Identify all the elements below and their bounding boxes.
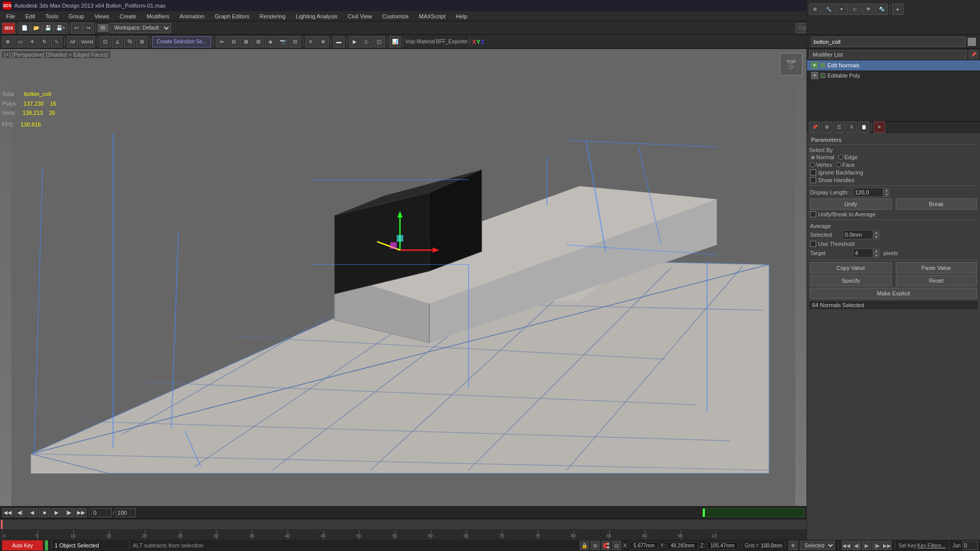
select-region[interactable]: ▭	[14, 36, 26, 47]
unify-btn[interactable]: Unify	[810, 198, 892, 210]
delete-mod-btn[interactable]: ✕	[874, 121, 885, 133]
transform-type[interactable]: World	[79, 36, 95, 47]
graph-editors[interactable]: 📊	[389, 36, 401, 47]
target-input[interactable]	[853, 248, 873, 258]
auto-key-btn[interactable]: Auto Key	[2, 540, 43, 550]
time-value-input[interactable]	[963, 541, 978, 550]
disp-up-arrow[interactable]: ▲	[884, 188, 890, 192]
create-selection-btn[interactable]: Create Selection Se...	[152, 36, 211, 47]
extra-panel[interactable]: ▸	[892, 4, 903, 15]
paste-value-btn[interactable]: Paste Value	[896, 262, 977, 273]
color-swatch[interactable]	[968, 38, 976, 46]
display-length-input[interactable]	[853, 188, 884, 197]
angle-snap[interactable]: ∠	[112, 36, 123, 47]
radio-normal[interactable]: Normal	[810, 154, 834, 160]
save-as-btn[interactable]: 💾+	[54, 22, 67, 34]
select-tool[interactable]: ⊕	[2, 36, 13, 47]
selected-dropdown[interactable]: Selected	[800, 541, 835, 550]
play-icon[interactable]: ▶	[862, 541, 871, 550]
menu-item-customize[interactable]: Customize	[377, 11, 414, 21]
sel-down-arrow[interactable]: ▼	[873, 235, 879, 239]
object-name-input[interactable]	[811, 37, 966, 47]
status-ortho-icon[interactable]: ⊟	[612, 541, 621, 550]
tgt-up-arrow[interactable]: ▲	[873, 248, 879, 253]
next-key-btn[interactable]: |▶	[63, 508, 75, 517]
normal-align[interactable]: ⊞	[253, 36, 264, 47]
menu-item-civil-view[interactable]: Civil View	[342, 11, 377, 21]
status-grid-icon[interactable]: ⊞	[591, 541, 600, 550]
ref-coord[interactable]: All	[67, 36, 78, 47]
modifier-pin-btn[interactable]: 📌	[969, 50, 978, 59]
ignore-backfacing-check[interactable]: Ignore Backfacing	[809, 169, 978, 176]
unify-break-avg-check[interactable]: Unify/Break to Average	[809, 211, 978, 217]
modifier-editable-poly[interactable]: 👁 Editable Poly	[807, 70, 980, 81]
copy-value-btn[interactable]: Copy Value	[810, 262, 892, 273]
manage-layers[interactable]: ⊕	[317, 36, 329, 47]
menu-item-modifiers[interactable]: Modifiers	[141, 11, 175, 21]
play-fwd-btn[interactable]: ▶	[51, 508, 62, 517]
redo-btn[interactable]: ↪	[83, 22, 94, 34]
menu-item-views[interactable]: Views	[89, 11, 114, 21]
stop-btn[interactable]: ■	[39, 508, 50, 517]
motion-tab[interactable]: ▷	[849, 4, 861, 15]
selected-spinner[interactable]: ▲ ▼	[843, 230, 879, 239]
show-handles-check[interactable]: Show Handles	[809, 177, 978, 183]
align-btn[interactable]: ⊟	[228, 36, 239, 47]
status-lock-icon[interactable]: 🔒	[580, 541, 589, 550]
menu-item-graph-editors[interactable]: Graph Editors	[210, 11, 255, 21]
layer-mgr[interactable]: ≡	[305, 36, 316, 47]
instance-btn[interactable]: ☰	[834, 121, 845, 133]
open-btn[interactable]: 📂	[31, 22, 42, 34]
disp-down-arrow[interactable]: ▼	[884, 192, 890, 197]
display-length-spinner[interactable]: ▲ ▼	[853, 188, 890, 197]
viewport-label[interactable]: [+] [Perspective] [Shaded + Edged Faces]	[2, 51, 110, 58]
app-menu-btn[interactable]: 3DS	[2, 22, 15, 34]
menu-item-maxscript[interactable]: MAXScript	[414, 11, 451, 21]
key-filters-label[interactable]: Key Filters...	[917, 543, 946, 548]
reset-btn[interactable]: Reset	[896, 275, 977, 286]
use-threshold-check[interactable]: Use Threshold	[809, 241, 978, 247]
mirror-btn[interactable]: ⇔	[216, 36, 227, 47]
menu-item-edit[interactable]: Edit	[20, 11, 40, 21]
radio-vertex[interactable]: Vertex	[810, 162, 832, 168]
end-frame-input[interactable]	[115, 508, 136, 517]
hierarchy-tab[interactable]: ⚭	[836, 4, 848, 15]
target-spinner[interactable]: ▲ ▼	[853, 248, 879, 258]
quick-align[interactable]: ⊠	[240, 36, 252, 47]
render-frame[interactable]: ◫	[374, 36, 385, 47]
create-tab[interactable]: ⊕	[809, 4, 821, 15]
tgt-down-arrow[interactable]: ▼	[873, 253, 879, 258]
rotate-tool[interactable]: ↻	[39, 36, 50, 47]
quick-render[interactable]: ▷	[361, 36, 373, 47]
modify-tab[interactable]: 🔧	[822, 4, 835, 15]
paste-mod-btn[interactable]: 📋	[858, 121, 869, 133]
y-value[interactable]: 48.283mm	[667, 542, 698, 549]
menu-item-rendering[interactable]: Rendering	[255, 11, 291, 21]
radio-face[interactable]: Face	[836, 162, 854, 168]
workspace-dropdown[interactable]: Workspace: Default	[110, 23, 171, 33]
undo-btn[interactable]: ↩	[71, 22, 82, 34]
move-tool[interactable]: ✛	[27, 36, 38, 47]
menu-item-animation[interactable]: Animation	[175, 11, 210, 21]
utilities-tab[interactable]: 🔩	[875, 4, 888, 15]
timeline-track[interactable]	[0, 520, 806, 529]
render-scene[interactable]: ▶	[349, 36, 360, 47]
snaps-toggle[interactable]: ⊡	[100, 36, 111, 47]
nav-cube[interactable]: TOP⬡	[780, 53, 802, 76]
menu-item-lighting-analysis[interactable]: Lighting Analysis	[290, 11, 342, 21]
next-frame-icon[interactable]: ▶▶	[883, 541, 892, 550]
menu-item-file[interactable]: File	[1, 11, 20, 21]
config-mod-btn[interactable]: ⚙	[821, 121, 832, 133]
make-explicit-btn[interactable]: Make Explicit	[810, 288, 977, 299]
viewport[interactable]: [+] [Perspective] [Shaded + Edged Faces]…	[0, 49, 806, 506]
save-btn[interactable]: 💾	[42, 22, 54, 34]
prev-key-icon[interactable]: ◀|	[852, 541, 861, 550]
next-key-icon[interactable]: |▶	[872, 541, 881, 550]
new-btn[interactable]: 📄	[19, 22, 30, 34]
next-frame-btn[interactable]: ▶▶	[76, 508, 87, 517]
prev-frame-btn[interactable]: ◀◀	[2, 508, 13, 517]
scale-tool[interactable]: ⤡	[51, 36, 62, 47]
align-camera[interactable]: 📷	[277, 36, 288, 47]
menu-item-create[interactable]: Create	[114, 11, 141, 21]
sel-up-arrow[interactable]: ▲	[873, 230, 879, 235]
